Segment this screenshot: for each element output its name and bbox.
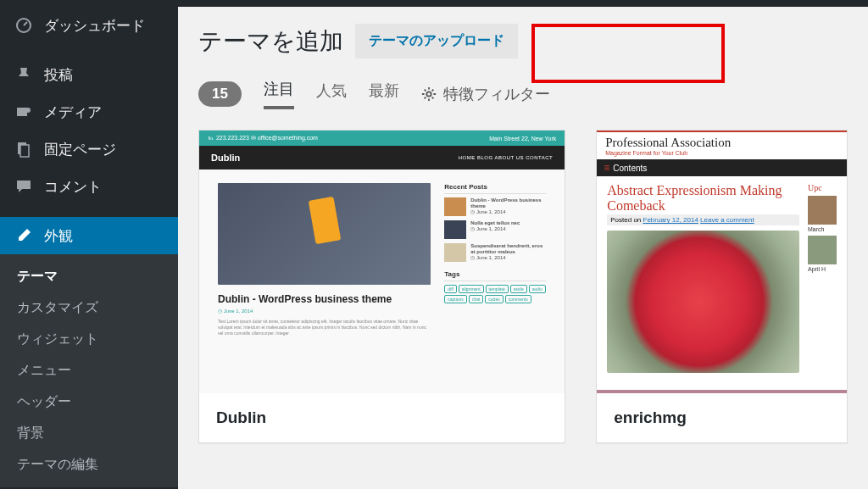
- filter-featured[interactable]: 注目: [264, 79, 294, 109]
- preview-recent-label: Recent Posts: [444, 183, 546, 194]
- filter-latest[interactable]: 最新: [369, 81, 399, 108]
- appearance-submenu: テーマ カスタマイズ ウィジェット メニュー ヘッダー 背景 テーマの編集: [0, 254, 178, 487]
- preview-art-image: [607, 231, 799, 373]
- preview-recent-title: Nulla eget tellus nec: [470, 220, 546, 226]
- submenu-menus[interactable]: メニュー: [0, 355, 178, 386]
- preview-tag: aside: [510, 285, 527, 293]
- sidebar-label: コメント: [44, 177, 102, 197]
- preview-tag: comments: [505, 295, 531, 303]
- gear-icon: [421, 86, 437, 102]
- theme-card-enrichmg[interactable]: Professional Association Magazine Format…: [596, 130, 848, 443]
- preview-meta: Posted on February 12, 2014 Leave a comm…: [607, 214, 799, 225]
- preview-tag: captions: [444, 295, 467, 303]
- submenu-header[interactable]: ヘッダー: [0, 386, 178, 418]
- preview-topbar-right: Main Street 22, New York: [489, 136, 556, 142]
- theme-card-dublin[interactable]: ℡ 223.223.223 ✉ office@something.com Mai…: [198, 130, 565, 443]
- sidebar-item-comments[interactable]: コメント: [0, 168, 178, 205]
- dashboard-icon: [14, 15, 34, 36]
- theme-name: enrichmg: [597, 393, 847, 442]
- preview-contents-label: Contents: [613, 164, 647, 173]
- filter-bar: 15 注目 人気 最新 特徴フィルター: [198, 79, 848, 109]
- preview-nav: HOME BLOG ABOUT US CONTACT: [459, 155, 553, 160]
- preview-sub: Magazine Format for Your Club: [605, 150, 838, 156]
- sidebar-label: 固定ページ: [44, 140, 116, 159]
- media-icon: [14, 102, 34, 122]
- preview-tags-label: Tags: [444, 270, 546, 281]
- preview-post-meta: ◷ June 1, 2014: [218, 308, 431, 314]
- preview-tag: codex: [485, 295, 503, 303]
- comment-icon: [14, 176, 34, 197]
- preview-tags: diff alignment template aside audio capt…: [444, 285, 546, 303]
- submenu-customize[interactable]: カスタマイズ: [0, 292, 178, 324]
- sidebar-label: 投稿: [44, 65, 73, 85]
- preview-meta-date: February 12, 2014: [643, 216, 698, 224]
- sidebar-item-appearance[interactable]: 外観: [0, 217, 178, 254]
- preview-side-title: Upc: [808, 183, 837, 192]
- theme-grid: ℡ 223.223.223 ✉ office@something.com Mai…: [198, 130, 848, 443]
- theme-screenshot: ℡ 223.223.223 ✉ office@something.com Mai…: [199, 131, 565, 393]
- svg-rect-1: [17, 108, 27, 116]
- preview-post-title: Dublin - WordPress business theme: [218, 293, 431, 305]
- preview-tag: alignment: [459, 285, 484, 293]
- preview-logo: Dublin: [211, 153, 240, 163]
- page-title-row: テーマを追加 テーマのアップロード: [198, 24, 848, 58]
- brush-icon: [14, 225, 34, 246]
- preview-meta-prefix: Posted on: [610, 216, 643, 224]
- svg-point-2: [25, 108, 31, 113]
- sidebar-item-pages[interactable]: 固定ページ: [0, 131, 178, 168]
- preview-contents-bar: ≡ Contents: [597, 159, 847, 176]
- page-title: テーマを追加: [198, 25, 343, 58]
- theme-name: Dublin: [199, 393, 565, 442]
- sidebar-label: メディア: [44, 103, 102, 122]
- preview-tag: chat: [469, 295, 483, 303]
- theme-count-badge: 15: [198, 81, 242, 107]
- preview-recent-date: ◷ June 1, 2014: [470, 255, 546, 261]
- theme-screenshot: Professional Association Magazine Format…: [597, 131, 847, 393]
- sidebar-item-dashboard[interactable]: ダッシュボード: [0, 7, 178, 44]
- preview-side-cap: March: [808, 226, 837, 232]
- preview-brand: Professional Association: [605, 136, 838, 150]
- submenu-editor[interactable]: テーマの編集: [0, 449, 178, 481]
- upload-theme-button[interactable]: テーマのアップロード: [355, 24, 518, 58]
- menu-icon: ≡: [604, 162, 609, 174]
- admin-sidebar: ダッシュボード 投稿 メディア 固定ページ コメント: [0, 7, 178, 489]
- preview-tag: diff: [444, 285, 457, 293]
- submenu-background[interactable]: 背景: [0, 418, 178, 449]
- sidebar-label: ダッシュボード: [44, 16, 145, 36]
- svg-point-5: [426, 92, 431, 96]
- submenu-themes[interactable]: テーマ: [0, 261, 178, 292]
- filter-popular[interactable]: 人気: [316, 81, 347, 108]
- svg-rect-4: [20, 145, 29, 157]
- preview-tag: audio: [529, 285, 546, 293]
- preview-hero-image: [218, 183, 431, 285]
- pages-icon: [14, 139, 34, 159]
- main-wrap: ダッシュボード 投稿 メディア 固定ページ コメント: [0, 7, 868, 489]
- preview-side-thumb: [808, 196, 837, 225]
- preview-post-body: Test Lorem ipsum dolor sit amet, consete…: [218, 319, 431, 336]
- preview-side-thumb: [808, 236, 837, 264]
- preview-meta-comment: Leave a comment: [700, 216, 754, 224]
- content-area: テーマを追加 テーマのアップロード 15 注目 人気 最新 特徴フィルター ℡ …: [178, 7, 868, 489]
- preview-topbar-left: ℡ 223.223.223 ✉ office@something.com: [208, 135, 318, 142]
- sidebar-label: 外観: [44, 226, 73, 246]
- preview-recent-title: Suspendiserat hendrerit, eros at porttit…: [470, 243, 546, 255]
- preview-headline: Abstract Expressionism Making Comeback: [607, 183, 799, 213]
- preview-side-cap: April H: [808, 266, 837, 272]
- feature-filter-label: 特徴フィルター: [443, 84, 550, 104]
- pin-icon: [14, 64, 34, 85]
- preview-recent-date: ◷ June 1, 2014: [470, 209, 546, 215]
- submenu-widgets[interactable]: ウィジェット: [0, 324, 178, 355]
- feature-filter-button[interactable]: 特徴フィルター: [421, 84, 550, 104]
- sidebar-item-media[interactable]: メディア: [0, 93, 178, 131]
- preview-recent-title: Dublin - WordPress business theme: [470, 197, 546, 209]
- admin-bar: [0, 0, 868, 7]
- preview-recent-date: ◷ June 1, 2014: [470, 226, 546, 232]
- preview-tag: template: [486, 285, 509, 293]
- sidebar-item-posts[interactable]: 投稿: [0, 56, 178, 93]
